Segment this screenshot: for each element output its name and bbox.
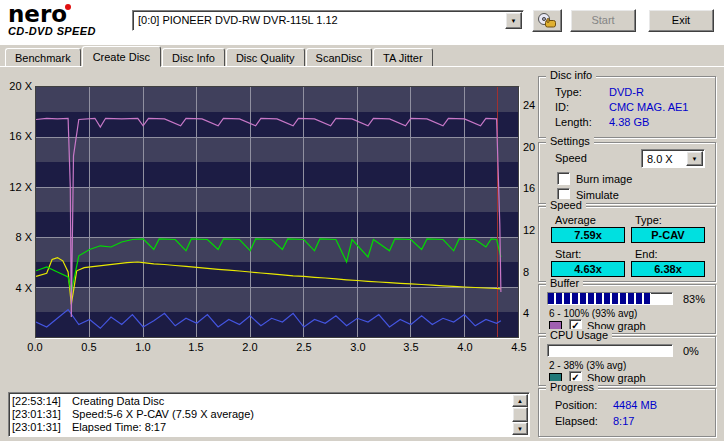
speed-graph <box>35 86 519 338</box>
scrollbar-thumb[interactable] <box>512 407 528 422</box>
log-text: Creating Data Disc <box>72 395 164 408</box>
y-axis-label: 4 X <box>3 282 32 294</box>
x-axis-label: 3.0 <box>340 341 376 353</box>
cpu-bar <box>547 344 673 357</box>
disc-info-title: Disc info <box>546 69 596 82</box>
y-axis-right-label: 24 <box>523 99 539 111</box>
log-line: [22:53:14] Creating Data Disc <box>12 395 510 408</box>
drive-selector-value: [0:0] PIONEER DVD-RW DVR-115L 1.12 <box>133 11 504 30</box>
nero-logo: nero CD-DVD SPEED <box>8 3 128 37</box>
y-axis-right-label: 8 <box>523 266 539 278</box>
position-value: 4484 MB <box>613 399 657 411</box>
disc-type-label: Type: <box>555 86 582 98</box>
log-scrollbar[interactable]: ▲ ▼ <box>512 394 528 435</box>
y-axis-right-label: 12 <box>523 224 539 236</box>
disc-length-label: Length: <box>555 116 592 128</box>
x-axis-label: 4.0 <box>447 341 483 353</box>
progress-title: Progress <box>546 381 598 394</box>
elapsed-value: 8:17 <box>613 415 634 427</box>
cd-dvd-speed-logo-text: CD-DVD SPEED <box>8 25 128 37</box>
scroll-down-button[interactable]: ▼ <box>512 422 528 435</box>
arrow-down-icon: ▼ <box>517 426 523 432</box>
chevron-down-icon: ▼ <box>692 156 698 162</box>
settings-group: Settings Speed 8.0 X ▼ Burn image Simula… <box>538 142 716 204</box>
tab-scandisc[interactable]: ScanDisc <box>306 48 372 67</box>
x-axis-label: 0.0 <box>17 341 53 353</box>
log-text: Speed:5-6 X P-CAV (7.59 X average) <box>72 408 254 421</box>
elapsed-label: Elapsed: <box>555 415 598 427</box>
x-axis-label: 2.5 <box>286 341 322 353</box>
buffer-group: Buffer 83% 6 - 100% (93% avg) ✓ Show gra… <box>538 284 716 334</box>
disc-id-value: CMC MAG. AE1 <box>609 101 688 113</box>
tab-benchmark[interactable]: Benchmark <box>5 48 81 67</box>
y-axis-right-label: 16 <box>523 182 539 194</box>
disc-id-label: ID: <box>555 101 569 113</box>
progress-group: Progress Position: 4484 MB Elapsed: 8:17 <box>538 388 716 437</box>
start-button[interactable]: Start <box>570 9 636 32</box>
type-label: Type: <box>635 214 662 226</box>
buffer-bar-fill <box>548 293 651 304</box>
speed-select-dropdown-button[interactable]: ▼ <box>686 151 703 166</box>
burn-image-label: Burn image <box>576 173 632 185</box>
log-time: [22:53:14] <box>12 395 61 408</box>
start-speed-label: Start: <box>555 248 581 260</box>
x-axis-label: 3.5 <box>393 341 429 353</box>
x-axis-label: 1.0 <box>125 341 161 353</box>
x-axis-label: 0.5 <box>71 341 107 353</box>
y-axis-right-label: 4 <box>523 307 539 319</box>
y-axis-label: 12 X <box>3 181 32 193</box>
nero-cd-dvd-speed-window: nero CD-DVD SPEED [0:0] PIONEER DVD-RW D… <box>0 0 724 441</box>
x-axis-label: 1.5 <box>178 341 214 353</box>
status-log: [22:53:14] Creating Data Disc [23:01:31]… <box>8 392 530 437</box>
average-speed-value: 7.59x <box>551 227 625 243</box>
disc-type-value: DVD-R <box>609 86 644 98</box>
buffer-bar <box>547 292 673 305</box>
speed-title: Speed <box>546 199 586 212</box>
drive-selector-dropdown-button[interactable]: ▼ <box>505 12 522 29</box>
exit-button[interactable]: Exit <box>648 9 714 32</box>
settings-title: Settings <box>546 135 594 148</box>
tab-ta-jitter[interactable]: TA Jitter <box>373 48 433 67</box>
y-axis-label: 20 X <box>3 80 32 92</box>
log-time: [23:01:31] <box>12 421 61 434</box>
cpu-usage-title: CPU Usage <box>546 329 612 342</box>
speed-select-value: 8.0 X <box>642 150 685 167</box>
tab-disc-quality[interactable]: Disc Quality <box>226 48 305 67</box>
y-axis-label: 8 X <box>3 231 32 243</box>
y-axis-right-label: 20 <box>523 141 539 153</box>
end-speed-value: 6.38x <box>631 261 705 277</box>
buffer-range: 6 - 100% (93% avg) <box>549 308 637 319</box>
log-text: Elapsed Time: 8:17 <box>72 421 166 434</box>
burn-image-checkbox[interactable] <box>557 172 570 185</box>
scroll-up-button[interactable]: ▲ <box>512 394 528 407</box>
tab-disc-info[interactable]: Disc Info <box>162 48 225 67</box>
arrow-up-icon: ▲ <box>517 398 523 404</box>
disc-info-group: Disc info Type: DVD-R ID: CMC MAG. AE1 L… <box>538 76 716 138</box>
log-line: [23:01:31] Speed:5-6 X P-CAV (7.59 X ave… <box>12 408 510 421</box>
chevron-down-icon: ▼ <box>511 18 517 24</box>
nero-logo-red-dot-icon <box>65 4 71 10</box>
buffer-title: Buffer <box>546 277 583 290</box>
tab-create-disc[interactable]: Create Disc <box>82 46 161 67</box>
hand-holding-disc-icon <box>537 12 557 29</box>
log-line: [23:01:31] Elapsed Time: 8:17 <box>12 421 510 434</box>
buffer-percent: 83% <box>683 293 705 305</box>
speed-select[interactable]: 8.0 X ▼ <box>641 149 705 168</box>
cpu-usage-group: CPU Usage 0% 2 - 38% (3% avg) ✓ Show gra… <box>538 336 716 386</box>
eject-tray-button[interactable] <box>532 9 562 32</box>
speed-type-value: P-CAV <box>631 227 705 243</box>
position-label: Position: <box>555 399 597 411</box>
drive-selector[interactable]: [0:0] PIONEER DVD-RW DVR-115L 1.12 ▼ <box>132 10 524 31</box>
x-axis-label: 2.0 <box>232 341 268 353</box>
start-speed-value: 4.63x <box>551 261 625 277</box>
speed-setting-label: Speed <box>555 152 587 164</box>
tab-bar: Benchmark Create Disc Disc Info Disc Qua… <box>5 48 434 67</box>
average-label: Average <box>555 214 596 226</box>
cpu-percent: 0% <box>683 345 699 357</box>
cpu-range: 2 - 38% (3% avg) <box>549 360 626 371</box>
end-speed-label: End: <box>635 248 658 260</box>
disc-length-value: 4.38 GB <box>609 116 649 128</box>
y-axis-label: 16 X <box>3 130 32 142</box>
speed-group: Speed Average Type: 7.59x P-CAV Start: E… <box>538 206 716 282</box>
header: nero CD-DVD SPEED [0:0] PIONEER DVD-RW D… <box>0 0 724 45</box>
